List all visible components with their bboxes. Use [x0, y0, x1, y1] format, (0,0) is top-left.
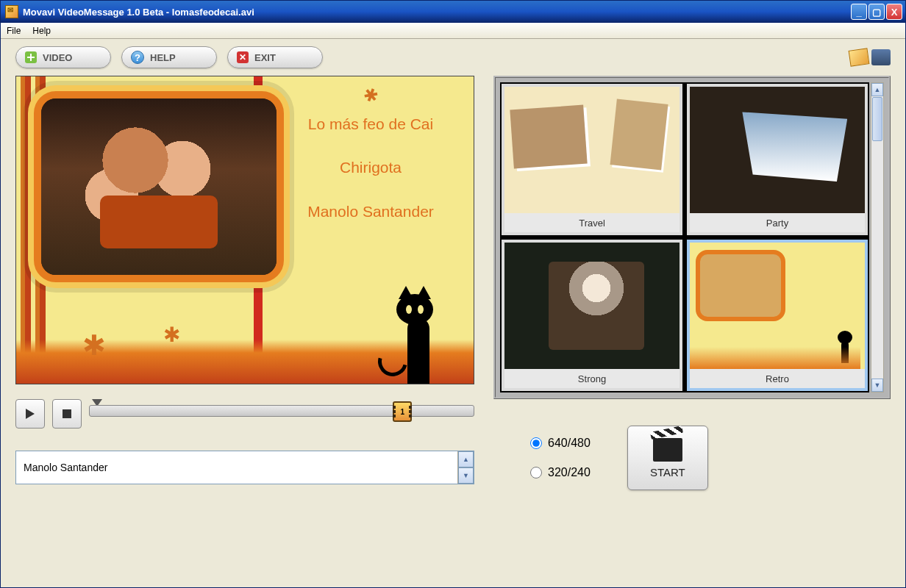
star-icon: ✱	[360, 83, 381, 107]
start-button-label: START	[650, 466, 685, 478]
video-frame	[34, 91, 284, 282]
resolution-radios: 640/480 320/240	[530, 437, 591, 479]
radio-640[interactable]	[530, 437, 542, 449]
window-title: Movavi VideoMessage 1.0 Beta - lomasfeod…	[23, 7, 851, 18]
exit-button-label: EXIT	[254, 52, 276, 63]
template-thumb	[504, 87, 680, 213]
exit-icon: ✕	[237, 51, 249, 63]
app-icon	[5, 5, 18, 18]
template-label: Retro	[690, 369, 865, 388]
timeline-slider[interactable]: 1	[89, 399, 474, 429]
play-button[interactable]	[15, 399, 45, 429]
envelope-icon	[849, 48, 870, 66]
radio-320[interactable]	[530, 467, 542, 478]
menu-help[interactable]: Help	[32, 26, 51, 36]
cat-graphic	[393, 273, 459, 384]
clapperboard-icon	[653, 438, 682, 462]
video-preview: ✱ ✱ ✱ Lo más feo de Cai Chirigota Manolo…	[15, 76, 474, 384]
toolbar: VIDEO ? HELP ✕ EXIT	[1, 39, 905, 76]
frame-number: 1	[401, 408, 405, 416]
preview-overlay-text: Lo más feo de Cai Chirigota Manolo Santa…	[297, 113, 444, 244]
menu-bar: File Help	[1, 23, 905, 39]
plus-icon	[25, 51, 37, 63]
template-thumb	[690, 243, 865, 369]
video-button[interactable]: VIDEO	[15, 46, 111, 68]
title-bar[interactable]: Movavi VideoMessage 1.0 Beta - lomasfeod…	[1, 1, 905, 23]
help-button[interactable]: ? HELP	[121, 46, 217, 68]
scroll-down-button[interactable]: ▼	[871, 379, 883, 392]
template-panel: Travel Party Strong Retro	[493, 76, 891, 399]
template-card-party[interactable]: Party	[687, 84, 868, 235]
preview-line-2: Chirigota	[297, 157, 444, 178]
start-button[interactable]: START	[627, 426, 708, 490]
resolution-option-640[interactable]: 640/480	[530, 437, 591, 450]
help-icon: ?	[131, 51, 144, 64]
template-thumb	[690, 87, 865, 213]
preview-line-3: Manolo Santander	[297, 201, 444, 222]
scrollbar-track[interactable]	[871, 142, 883, 379]
resolution-label: 640/480	[548, 437, 591, 450]
close-button[interactable]: X	[886, 4, 902, 20]
template-label: Strong	[504, 369, 680, 388]
help-button-label: HELP	[150, 52, 176, 63]
caption-spinner: ▲ ▼	[457, 451, 474, 484]
template-label: Party	[690, 213, 865, 232]
template-card-travel[interactable]: Travel	[502, 84, 682, 235]
camera-icon	[871, 49, 891, 65]
template-card-strong[interactable]: Strong	[502, 240, 682, 391]
resolution-option-320[interactable]: 320/240	[530, 466, 591, 479]
stop-icon	[63, 409, 71, 418]
scroll-up-button[interactable]: ▲	[871, 83, 883, 96]
template-card-retro[interactable]: Retro	[687, 240, 868, 391]
video-button-label: VIDEO	[43, 52, 72, 63]
template-scrollbar[interactable]: ▲ ▼	[871, 82, 884, 392]
app-logo	[849, 49, 891, 65]
menu-file[interactable]: File	[7, 26, 21, 36]
play-icon	[26, 409, 35, 419]
preview-line-1: Lo más feo de Cai	[297, 113, 444, 135]
stop-button[interactable]	[52, 399, 82, 429]
svg-rect-1	[63, 409, 71, 418]
spinner-down[interactable]: ▼	[458, 467, 474, 484]
caption-input-wrap: ▲ ▼	[15, 451, 474, 484]
slider-thumb[interactable]: 1	[393, 401, 412, 422]
spinner-up[interactable]: ▲	[458, 451, 474, 467]
template-label: Travel	[504, 213, 680, 232]
exit-button[interactable]: ✕ EXIT	[227, 46, 323, 68]
slider-track[interactable]: 1	[89, 405, 474, 417]
template-thumb	[504, 243, 680, 369]
resolution-label: 320/240	[548, 466, 591, 479]
svg-marker-0	[26, 409, 35, 419]
minimize-button[interactable]: _	[851, 4, 867, 20]
maximize-button[interactable]: ▢	[868, 4, 885, 20]
caption-input[interactable]	[16, 451, 457, 484]
star-icon: ✱	[82, 329, 106, 362]
scrollbar-thumb[interactable]	[872, 97, 882, 141]
star-icon: ✱	[163, 323, 180, 347]
